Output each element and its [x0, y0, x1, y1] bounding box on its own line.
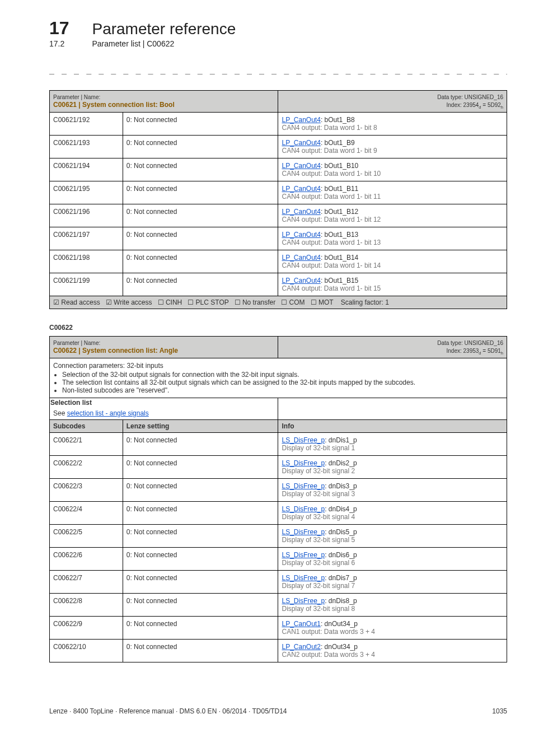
hdr-name: C00622 | System connection list: Angle [53, 347, 178, 354]
info-desc: CAN4 output: Data word 1- bit 11 [282, 193, 381, 200]
subcode-cell: C00621/192 [50, 113, 123, 136]
info-text: : dnDis8_p [325, 597, 357, 605]
sel-prefix: See [53, 409, 67, 417]
info-desc: Display of 32-bit signal 3 [282, 490, 355, 498]
idx-sub2: h [501, 105, 503, 110]
idx-mid: = 5D92 [481, 102, 501, 108]
info-text: : dnDis5_p [325, 528, 357, 536]
info-desc: CAN4 output: Data word 1- bit 15 [282, 284, 381, 292]
info-text: : dnDis1_p [325, 436, 357, 444]
info-link[interactable]: LP_CanOut4 [282, 254, 320, 262]
info-link[interactable]: LP_CanOut4 [282, 231, 320, 239]
info-cell: LS_DisFree_p: dnDis8_pDisplay of 32-bit … [278, 594, 507, 617]
info-text: : bOut1_B9 [321, 139, 355, 147]
info-cell: LP_CanOut4: bOut1_B8CAN4 output: Data wo… [278, 113, 507, 136]
ft-com: COM [289, 298, 305, 306]
info-link[interactable]: LP_CanOut4 [282, 116, 320, 124]
info-cell: LP_CanOut2: dnOut34_pCAN2 output: Data w… [278, 640, 507, 662]
info-desc: CAN4 output: Data word 1- bit 10 [282, 170, 381, 178]
info-cell: LS_DisFree_p: dnDis5_pDisplay of 32-bit … [278, 525, 507, 548]
subchapter-number: 17.2 [49, 39, 90, 48]
info-cell: LP_CanOut4: bOut1_B13CAN4 output: Data w… [278, 227, 507, 250]
info-desc: CAN1 output: Data words 3 + 4 [282, 628, 374, 636]
setting-cell: 0: Not connected [123, 571, 278, 594]
idx-prefix: Index: 23954 [447, 102, 479, 108]
table-c00622: Parameter | Name: C00622 | System connec… [49, 336, 507, 662]
info-text: : dnDis3_p [325, 482, 357, 490]
checked-icon: ☑ [106, 298, 112, 306]
setting-cell: 0: Not connected [123, 594, 278, 617]
info-link[interactable]: LP_CanOut4 [282, 277, 320, 284]
page-footer: Lenze · 8400 TopLine · Reference manual … [49, 707, 507, 715]
selection-list-link[interactable]: selection list - angle signals [67, 409, 149, 417]
col-subcodes: Subcodes [50, 420, 123, 433]
info-cell: LP_CanOut4: bOut1_B15CAN4 output: Data w… [278, 273, 507, 296]
info-cell: LS_DisFree_p: dnDis3_pDisplay of 32-bit … [278, 479, 507, 502]
table-header-left: Parameter | Name: C00621 | System connec… [50, 91, 278, 113]
subcode-cell: C00622/5 [50, 525, 123, 548]
info-link[interactable]: LP_CanOut2 [282, 643, 320, 651]
subcode-cell: C00621/198 [50, 250, 123, 273]
subcode-cell: C00622/9 [50, 617, 123, 640]
info-link[interactable]: LS_DisFree_p [282, 459, 325, 467]
col-info: Info [278, 420, 507, 433]
info-link[interactable]: LP_CanOut4 [282, 208, 320, 216]
table-header-left: Parameter | Name: C00622 | System connec… [50, 337, 278, 358]
hdr-index: Index: 23953d = 5D91h [447, 348, 503, 354]
info-cell: LS_DisFree_p: dnDis6_pDisplay of 32-bit … [278, 548, 507, 571]
subcode-cell: C00622/10 [50, 640, 123, 662]
setting-cell: 0: Not connected [123, 250, 278, 273]
info-desc: CAN4 output: Data word 1- bit 8 [282, 124, 377, 132]
info-cell: LP_CanOut4: bOut1_B12CAN4 output: Data w… [278, 204, 507, 227]
info-link[interactable]: LS_DisFree_p [282, 482, 325, 490]
info-link[interactable]: LP_CanOut4 [282, 185, 320, 193]
setting-cell: 0: Not connected [123, 181, 278, 204]
info-cell: LP_CanOut4: bOut1_B11CAN4 output: Data w… [278, 181, 507, 204]
checked-icon: ☑ [53, 298, 59, 306]
setting-cell: 0: Not connected [123, 640, 278, 662]
setting-cell: 0: Not connected [123, 525, 278, 548]
subcode-cell: C00622/4 [50, 502, 123, 525]
subcode-cell: C00622/8 [50, 594, 123, 617]
info-link[interactable]: LS_DisFree_p [282, 528, 325, 536]
ft-scale: Scaling factor: 1 [341, 298, 389, 306]
subcode-cell: C00622/1 [50, 433, 123, 456]
ft-cinh: CINH [166, 298, 182, 306]
info-text: : dnDis6_p [325, 551, 357, 559]
setting-cell: 0: Not connected [123, 479, 278, 502]
info-desc: Display of 32-bit signal 5 [282, 536, 355, 544]
setting-cell: 0: Not connected [123, 113, 278, 136]
table-header-right: Data type: UNSIGNED_16 Index: 23953d = 5… [278, 337, 507, 358]
unchecked-icon: ☐ [158, 298, 164, 306]
info-text: : dnDis7_p [325, 574, 357, 582]
chapter-heading: 17 Parameter reference [49, 18, 507, 39]
info-link[interactable]: LS_DisFree_p [282, 597, 325, 605]
info-link[interactable]: LS_DisFree_p [282, 436, 325, 444]
info-link[interactable]: LP_CanOut1 [282, 620, 320, 628]
setting-cell: 0: Not connected [123, 433, 278, 456]
sel-label: Selection list [50, 399, 92, 407]
info-cell: LS_DisFree_p: dnDis7_pDisplay of 32-bit … [278, 571, 507, 594]
setting-cell: 0: Not connected [123, 548, 278, 571]
info-link[interactable]: LP_CanOut4 [282, 162, 320, 170]
subcode-cell: C00622/7 [50, 571, 123, 594]
info-link[interactable]: LP_CanOut4 [282, 139, 320, 147]
selection-empty [278, 398, 507, 420]
info-text: : bOut1_B10 [321, 162, 358, 170]
info-cell: LS_DisFree_p: dnDis4_pDisplay of 32-bit … [278, 502, 507, 525]
info-cell: LP_CanOut4: bOut1_B10CAN4 output: Data w… [278, 158, 507, 181]
info-link[interactable]: LS_DisFree_p [282, 551, 325, 559]
setting-cell: 0: Not connected [123, 227, 278, 250]
setting-cell: 0: Not connected [123, 273, 278, 296]
info-link[interactable]: LS_DisFree_p [282, 574, 325, 582]
chapter-title: Parameter reference [92, 20, 236, 38]
info-link[interactable]: LS_DisFree_p [282, 505, 325, 513]
col-lenze-setting: Lenze setting [123, 420, 278, 433]
info-desc: CAN4 output: Data word 1- bit 9 [282, 147, 377, 155]
unchecked-icon: ☐ [235, 298, 241, 306]
setting-cell: 0: Not connected [123, 136, 278, 158]
setting-cell: 0: Not connected [123, 204, 278, 227]
notes-lead: Connection parameters: 32-bit inputs [53, 362, 163, 370]
selection-link-cell: See selection list - angle signals [50, 407, 278, 420]
notes-bullet: Non-listed subcodes are "reserved". [62, 386, 503, 394]
